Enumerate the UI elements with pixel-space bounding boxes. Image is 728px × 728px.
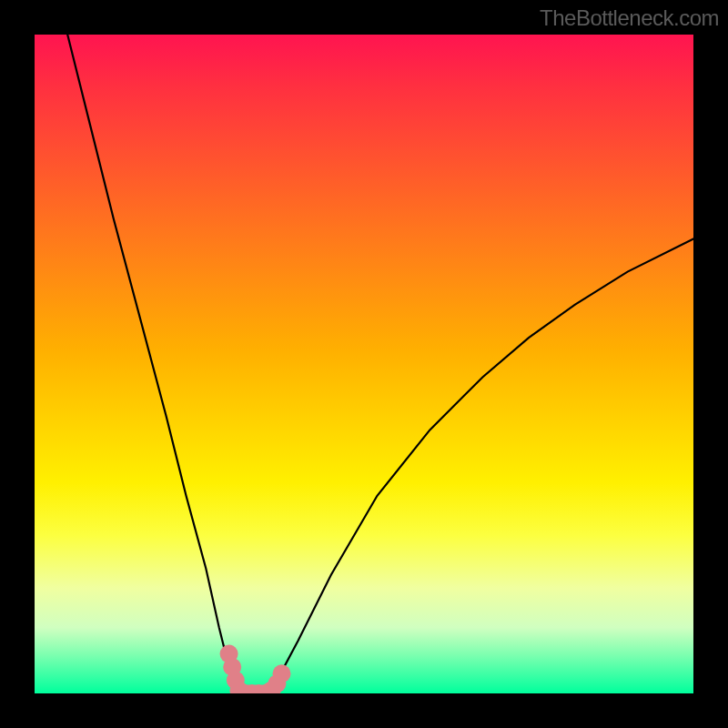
watermark-text: TheBottleneck.com xyxy=(540,5,719,31)
chart-container: TheBottleneck.com xyxy=(0,0,728,728)
marker-group xyxy=(220,645,291,693)
marker-svg xyxy=(35,35,693,693)
data-marker xyxy=(273,664,291,682)
